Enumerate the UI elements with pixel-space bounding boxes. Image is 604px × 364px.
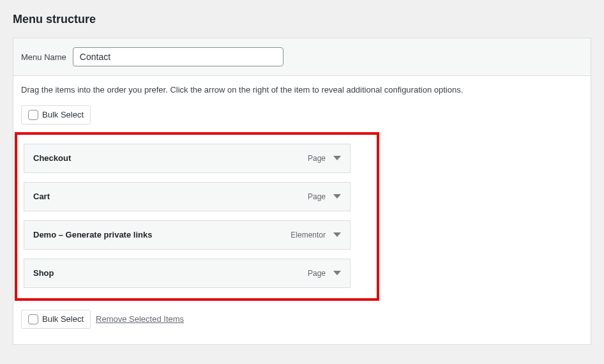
- bulk-select-top-label: Bulk Select: [42, 110, 84, 119]
- menu-name-row: Menu Name: [13, 38, 591, 76]
- bulk-select-top-button[interactable]: Bulk Select: [21, 105, 91, 125]
- chevron-down-icon[interactable]: [333, 232, 341, 237]
- section-heading: Menu structure: [13, 13, 591, 26]
- menu-item-title: Demo – Generate private links: [33, 230, 152, 239]
- menu-name-input[interactable]: [73, 47, 283, 66]
- remove-selected-link[interactable]: Remove Selected Items: [96, 314, 184, 324]
- chevron-down-icon[interactable]: [333, 271, 341, 275]
- menu-item[interactable]: Shop Page: [24, 259, 351, 288]
- menu-item-controls: Elementor: [291, 231, 341, 239]
- menu-item-controls: Page: [308, 192, 341, 201]
- instructions-text: Drag the items into the order you prefer…: [21, 84, 583, 96]
- bulk-select-top-row: Bulk Select: [21, 105, 583, 125]
- bulk-select-bottom-label: Bulk Select: [42, 314, 84, 324]
- menu-item-controls: Page: [308, 269, 341, 278]
- chevron-down-icon[interactable]: [333, 194, 341, 199]
- menu-item-title: Checkout: [33, 153, 71, 163]
- menu-structure-panel: Menu Name Drag the items into the order …: [13, 38, 591, 345]
- menu-name-label: Menu Name: [21, 52, 66, 62]
- menu-item-type: Page: [308, 269, 326, 278]
- menu-items-list: Checkout Page Cart Page: [24, 144, 370, 288]
- menu-item[interactable]: Cart Page: [24, 182, 351, 211]
- menu-item-type: Elementor: [291, 231, 326, 239]
- highlight-box: Checkout Page Cart Page: [15, 132, 379, 301]
- checkbox-icon: [28, 110, 38, 120]
- bulk-select-bottom-button[interactable]: Bulk Select: [21, 310, 91, 329]
- menu-item[interactable]: Demo – Generate private links Elementor: [24, 220, 351, 250]
- menu-item-type: Page: [308, 154, 326, 163]
- checkbox-icon: [28, 314, 38, 324]
- menu-item-title: Cart: [33, 192, 50, 201]
- menu-item-title: Shop: [33, 268, 54, 278]
- menu-item-controls: Page: [308, 154, 341, 163]
- menu-item[interactable]: Checkout Page: [24, 144, 351, 173]
- menu-body: Drag the items into the order you prefer…: [13, 76, 591, 344]
- menu-item-type: Page: [308, 192, 326, 201]
- bulk-select-bottom-row: Bulk Select Remove Selected Items: [21, 310, 583, 329]
- chevron-down-icon[interactable]: [333, 156, 341, 160]
